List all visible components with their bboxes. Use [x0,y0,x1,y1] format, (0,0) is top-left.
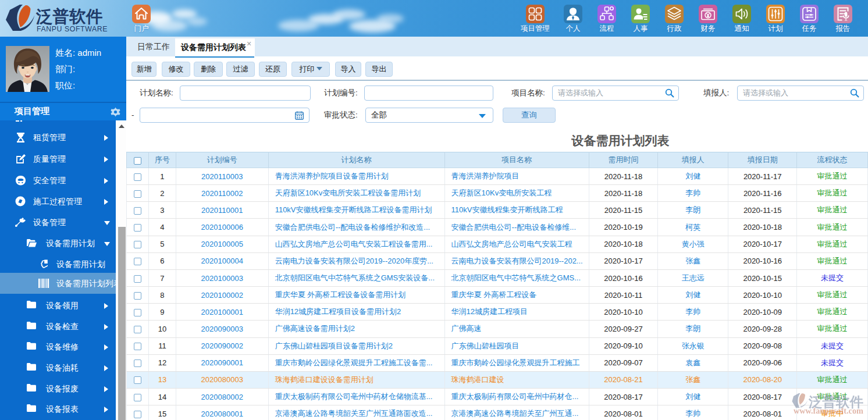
svg-text:FANPU SOFTWARE: FANPU SOFTWARE [37,25,108,33]
svg-text:泛普软件: 泛普软件 [35,7,103,26]
svg-text:www.fanpusoft.com: www.fanpusoft.com [794,406,863,415]
